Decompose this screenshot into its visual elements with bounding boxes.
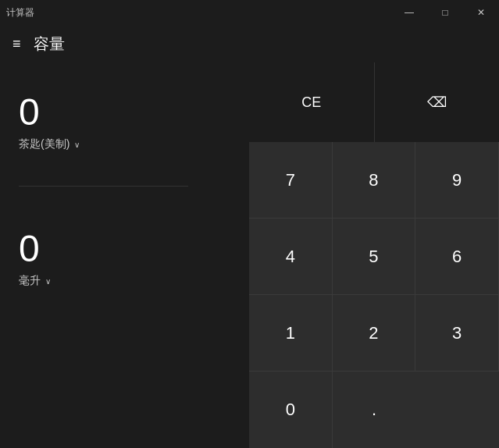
- hamburger-icon[interactable]: ≡: [12, 36, 21, 52]
- app-title: 容量: [34, 34, 65, 55]
- output-value: 0: [19, 230, 230, 268]
- app-title-bar: 计算器: [6, 6, 34, 20]
- input-unit-selector[interactable]: 茶匙(美制) ∨: [19, 137, 230, 151]
- title-bar-left: 计算器: [6, 6, 34, 20]
- ce-button[interactable]: CE: [249, 62, 375, 142]
- left-panel: 0 茶匙(美制) ∨ 0 毫升 ∨: [0, 62, 249, 448]
- key-dot[interactable]: .: [333, 372, 416, 448]
- key-5[interactable]: 5: [333, 219, 416, 295]
- key-4[interactable]: 4: [249, 219, 333, 295]
- backspace-icon: ⌫: [427, 94, 447, 111]
- numpad: 7 8 9 4 5 6 1 2 3 0 .: [249, 142, 499, 448]
- output-unit-selector[interactable]: 毫升 ∨: [19, 274, 230, 288]
- key-0[interactable]: 0: [249, 372, 333, 448]
- key-7[interactable]: 7: [249, 142, 333, 219]
- title-bar-controls: — □ ✕: [391, 0, 499, 25]
- divider: [19, 186, 188, 187]
- input-section: 0 茶匙(美制) ∨: [19, 94, 230, 183]
- key-6[interactable]: 6: [415, 219, 499, 295]
- key-3[interactable]: 3: [415, 295, 499, 372]
- input-value: 0: [19, 94, 230, 131]
- minimize-button[interactable]: —: [391, 0, 427, 25]
- input-unit-label: 茶匙(美制): [19, 137, 70, 151]
- backspace-button[interactable]: ⌫: [375, 62, 500, 142]
- input-unit-chevron: ∨: [74, 140, 80, 149]
- maximize-button[interactable]: □: [427, 0, 463, 25]
- key-9[interactable]: 9: [415, 142, 499, 219]
- app-header: ≡ 容量: [0, 25, 499, 62]
- main-content: 0 茶匙(美制) ∨ 0 毫升 ∨ CE ⌫ 7 8 9: [0, 62, 499, 448]
- key-8[interactable]: 8: [333, 142, 416, 219]
- output-unit-label: 毫升: [19, 274, 41, 288]
- key-2[interactable]: 2: [333, 295, 416, 372]
- right-panel: CE ⌫ 7 8 9 4 5 6 1 2 3 0 .: [249, 62, 499, 448]
- action-row: CE ⌫: [249, 62, 499, 142]
- title-bar: 计算器 — □ ✕: [0, 0, 499, 25]
- output-section: 0 毫升 ∨: [19, 230, 230, 319]
- output-unit-chevron: ∨: [45, 277, 51, 286]
- close-button[interactable]: ✕: [463, 0, 499, 25]
- key-1[interactable]: 1: [249, 295, 333, 372]
